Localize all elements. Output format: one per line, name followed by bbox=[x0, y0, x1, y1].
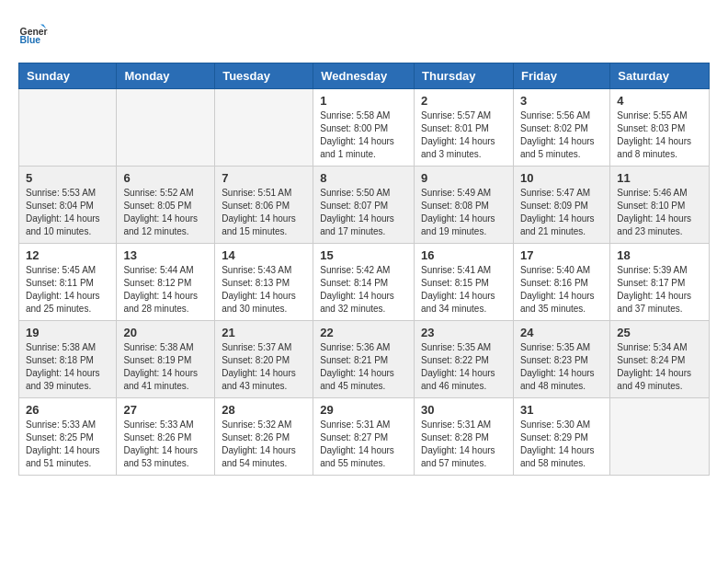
day-info: Sunrise: 5:37 AM Sunset: 8:20 PM Dayligh… bbox=[222, 341, 306, 393]
calendar-cell: 3Sunrise: 5:56 AM Sunset: 8:02 PM Daylig… bbox=[513, 89, 609, 167]
day-info: Sunrise: 5:36 AM Sunset: 8:21 PM Dayligh… bbox=[320, 341, 407, 393]
day-info: Sunrise: 5:39 AM Sunset: 8:17 PM Dayligh… bbox=[617, 264, 702, 316]
day-info: Sunrise: 5:33 AM Sunset: 8:26 PM Dayligh… bbox=[123, 419, 208, 470]
calendar-cell: 1Sunrise: 5:58 AM Sunset: 8:00 PM Daylig… bbox=[313, 89, 415, 167]
day-info: Sunrise: 5:38 AM Sunset: 8:18 PM Dayligh… bbox=[26, 341, 109, 393]
calendar-cell: 24Sunrise: 5:35 AM Sunset: 8:23 PM Dayli… bbox=[513, 321, 609, 398]
svg-text:Blue: Blue bbox=[20, 35, 41, 45]
day-info: Sunrise: 5:33 AM Sunset: 8:25 PM Dayligh… bbox=[26, 419, 109, 470]
day-number: 11 bbox=[617, 171, 702, 185]
calendar-week-row: 26Sunrise: 5:33 AM Sunset: 8:25 PM Dayli… bbox=[19, 398, 710, 476]
day-info: Sunrise: 5:41 AM Sunset: 8:15 PM Dayligh… bbox=[421, 264, 506, 316]
day-info: Sunrise: 5:34 AM Sunset: 8:24 PM Dayligh… bbox=[617, 341, 702, 393]
day-of-week-header: Thursday bbox=[415, 63, 514, 89]
day-number: 28 bbox=[222, 403, 306, 417]
day-number: 7 bbox=[222, 171, 306, 185]
day-info: Sunrise: 5:58 AM Sunset: 8:00 PM Dayligh… bbox=[320, 109, 407, 161]
day-number: 13 bbox=[123, 248, 208, 262]
calendar-cell: 19Sunrise: 5:38 AM Sunset: 8:18 PM Dayli… bbox=[19, 321, 117, 398]
calendar-week-row: 5Sunrise: 5:53 AM Sunset: 8:04 PM Daylig… bbox=[19, 167, 710, 244]
calendar-week-row: 1Sunrise: 5:58 AM Sunset: 8:00 PM Daylig… bbox=[19, 89, 710, 167]
calendar-cell: 14Sunrise: 5:43 AM Sunset: 8:13 PM Dayli… bbox=[215, 244, 313, 321]
calendar-cell: 31Sunrise: 5:30 AM Sunset: 8:29 PM Dayli… bbox=[513, 398, 609, 476]
calendar-cell: 27Sunrise: 5:33 AM Sunset: 8:26 PM Dayli… bbox=[117, 398, 215, 476]
day-info: Sunrise: 5:31 AM Sunset: 8:28 PM Dayligh… bbox=[421, 419, 506, 470]
day-number: 10 bbox=[520, 171, 603, 185]
day-number: 30 bbox=[421, 403, 506, 417]
calendar-cell: 21Sunrise: 5:37 AM Sunset: 8:20 PM Dayli… bbox=[215, 321, 313, 398]
day-info: Sunrise: 5:35 AM Sunset: 8:23 PM Dayligh… bbox=[520, 341, 603, 393]
logo: General Blue bbox=[18, 18, 48, 48]
calendar-cell bbox=[215, 89, 313, 167]
calendar-cell: 5Sunrise: 5:53 AM Sunset: 8:04 PM Daylig… bbox=[19, 167, 117, 244]
day-number: 2 bbox=[421, 94, 506, 108]
day-number: 21 bbox=[222, 326, 306, 339]
day-number: 5 bbox=[26, 171, 109, 185]
day-info: Sunrise: 5:52 AM Sunset: 8:05 PM Dayligh… bbox=[123, 187, 208, 238]
day-info: Sunrise: 5:31 AM Sunset: 8:27 PM Dayligh… bbox=[320, 419, 407, 470]
calendar-cell: 12Sunrise: 5:45 AM Sunset: 8:11 PM Dayli… bbox=[19, 244, 117, 321]
calendar-cell: 20Sunrise: 5:38 AM Sunset: 8:19 PM Dayli… bbox=[117, 321, 215, 398]
day-number: 12 bbox=[26, 248, 109, 262]
calendar-cell bbox=[19, 89, 117, 167]
day-number: 16 bbox=[421, 248, 506, 262]
calendar-cell: 8Sunrise: 5:50 AM Sunset: 8:07 PM Daylig… bbox=[313, 167, 415, 244]
logo-icon: General Blue bbox=[18, 18, 48, 48]
day-info: Sunrise: 5:49 AM Sunset: 8:08 PM Dayligh… bbox=[421, 187, 506, 238]
day-info: Sunrise: 5:55 AM Sunset: 8:03 PM Dayligh… bbox=[617, 109, 702, 161]
day-info: Sunrise: 5:44 AM Sunset: 8:12 PM Dayligh… bbox=[123, 264, 208, 316]
calendar-cell: 4Sunrise: 5:55 AM Sunset: 8:03 PM Daylig… bbox=[610, 89, 710, 167]
day-info: Sunrise: 5:51 AM Sunset: 8:06 PM Dayligh… bbox=[222, 187, 306, 238]
calendar-cell bbox=[117, 89, 215, 167]
day-info: Sunrise: 5:43 AM Sunset: 8:13 PM Dayligh… bbox=[222, 264, 306, 316]
day-info: Sunrise: 5:56 AM Sunset: 8:02 PM Dayligh… bbox=[520, 109, 603, 161]
calendar-cell bbox=[610, 398, 710, 476]
day-number: 6 bbox=[123, 171, 208, 185]
day-number: 20 bbox=[123, 326, 208, 339]
day-number: 9 bbox=[421, 171, 506, 185]
day-info: Sunrise: 5:30 AM Sunset: 8:29 PM Dayligh… bbox=[520, 419, 603, 470]
day-number: 23 bbox=[421, 326, 506, 339]
calendar-cell: 11Sunrise: 5:46 AM Sunset: 8:10 PM Dayli… bbox=[610, 167, 710, 244]
calendar-cell: 9Sunrise: 5:49 AM Sunset: 8:08 PM Daylig… bbox=[415, 167, 514, 244]
day-of-week-header: Monday bbox=[117, 63, 215, 89]
day-number: 25 bbox=[617, 326, 702, 339]
day-number: 1 bbox=[320, 94, 407, 108]
day-info: Sunrise: 5:45 AM Sunset: 8:11 PM Dayligh… bbox=[26, 264, 109, 316]
calendar-cell: 6Sunrise: 5:52 AM Sunset: 8:05 PM Daylig… bbox=[117, 167, 215, 244]
day-number: 26 bbox=[26, 403, 109, 417]
day-of-week-header: Tuesday bbox=[215, 63, 313, 89]
day-info: Sunrise: 5:32 AM Sunset: 8:26 PM Dayligh… bbox=[222, 419, 306, 470]
day-number: 29 bbox=[320, 403, 407, 417]
calendar-table: SundayMondayTuesdayWednesdayThursdayFrid… bbox=[18, 63, 710, 476]
calendar-cell: 15Sunrise: 5:42 AM Sunset: 8:14 PM Dayli… bbox=[313, 244, 415, 321]
day-of-week-header: Saturday bbox=[610, 63, 710, 89]
day-of-week-header: Friday bbox=[513, 63, 609, 89]
day-number: 18 bbox=[617, 248, 702, 262]
day-number: 22 bbox=[320, 326, 407, 339]
calendar-cell: 2Sunrise: 5:57 AM Sunset: 8:01 PM Daylig… bbox=[415, 89, 514, 167]
day-number: 15 bbox=[320, 248, 407, 262]
day-number: 17 bbox=[520, 248, 603, 262]
calendar-week-row: 12Sunrise: 5:45 AM Sunset: 8:11 PM Dayli… bbox=[19, 244, 710, 321]
day-info: Sunrise: 5:35 AM Sunset: 8:22 PM Dayligh… bbox=[421, 341, 506, 393]
day-info: Sunrise: 5:46 AM Sunset: 8:10 PM Dayligh… bbox=[617, 187, 702, 238]
day-number: 8 bbox=[320, 171, 407, 185]
day-number: 24 bbox=[520, 326, 603, 339]
day-number: 27 bbox=[123, 403, 208, 417]
calendar-cell: 16Sunrise: 5:41 AM Sunset: 8:15 PM Dayli… bbox=[415, 244, 514, 321]
calendar-week-row: 19Sunrise: 5:38 AM Sunset: 8:18 PM Dayli… bbox=[19, 321, 710, 398]
calendar-cell: 22Sunrise: 5:36 AM Sunset: 8:21 PM Dayli… bbox=[313, 321, 415, 398]
day-info: Sunrise: 5:57 AM Sunset: 8:01 PM Dayligh… bbox=[421, 109, 506, 161]
day-of-week-header: Sunday bbox=[19, 63, 117, 89]
calendar-cell: 30Sunrise: 5:31 AM Sunset: 8:28 PM Dayli… bbox=[415, 398, 514, 476]
day-info: Sunrise: 5:47 AM Sunset: 8:09 PM Dayligh… bbox=[520, 187, 603, 238]
day-of-week-header: Wednesday bbox=[313, 63, 415, 89]
calendar-cell: 26Sunrise: 5:33 AM Sunset: 8:25 PM Dayli… bbox=[19, 398, 117, 476]
day-number: 14 bbox=[222, 248, 306, 262]
calendar-cell: 13Sunrise: 5:44 AM Sunset: 8:12 PM Dayli… bbox=[117, 244, 215, 321]
day-info: Sunrise: 5:53 AM Sunset: 8:04 PM Dayligh… bbox=[26, 187, 109, 238]
page-header: General Blue bbox=[18, 18, 710, 48]
calendar-cell: 10Sunrise: 5:47 AM Sunset: 8:09 PM Dayli… bbox=[513, 167, 609, 244]
calendar-cell: 23Sunrise: 5:35 AM Sunset: 8:22 PM Dayli… bbox=[415, 321, 514, 398]
